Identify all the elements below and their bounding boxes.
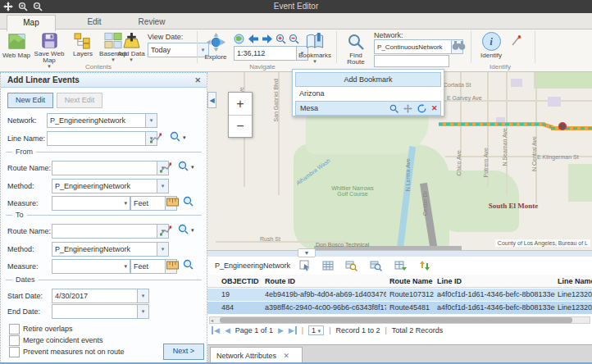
prevent-measures-checkbox[interactable] [9,347,20,357]
to-route-name-label: Route Name: [7,227,51,235]
first-page-button[interactable]: ◀ [212,326,220,334]
contents-group-label: Contents [49,63,148,71]
from-route-name-select[interactable]: ▾ [52,161,169,175]
line-name-select[interactable]: ▾ [47,131,157,146]
last-page-button[interactable]: ▶ [289,326,297,334]
measure-search-icon[interactable] [183,259,194,270]
zoom-in-icon[interactable] [276,34,286,44]
search-line-caret-icon[interactable]: ▾ [183,135,186,140]
layers-icon [74,32,93,49]
network-select[interactable]: P_ContinuousNetwork ▾ [374,39,463,54]
select-line-on-map-icon[interactable] [150,132,162,143]
from-measure-input[interactable]: ▾ [52,196,130,211]
find-binoculars-icon[interactable] [452,40,466,51]
zoom-out-tool-icon[interactable] [33,2,43,11]
page-size-select[interactable]: 1 ▾ [308,325,324,335]
scrollbar-thumb[interactable] [220,317,572,323]
zoom-to-bookmark-icon[interactable] [389,104,398,113]
separator: | [302,326,303,334]
sort-records-icon[interactable] [419,260,430,271]
web-map-icon [7,32,26,51]
search-route-icon[interactable] [178,224,189,234]
map-zoom-in-button[interactable]: + [229,93,252,116]
web-map-button[interactable]: Web Map [2,32,31,59]
pan-to-selection-icon[interactable] [370,260,382,271]
route-search-input[interactable] [374,55,449,67]
bookmark-item-mesa[interactable]: Mesa ✕ [295,101,441,116]
to-measure-input[interactable]: ▾ [52,259,130,274]
table-row[interactable]: 484 a398ff4c-2940-4c00-96b6-c6343f8f1711… [207,302,592,315]
column-header[interactable]: Line Name [558,277,592,285]
search-route-caret-icon[interactable]: ▾ [191,165,194,170]
column-header[interactable]: Line ID [437,277,555,285]
layers-button[interactable]: Layers [69,32,97,57]
pan-tool-icon[interactable] [3,2,13,11]
update-bookmark-icon[interactable] [417,104,426,113]
identify-button[interactable]: i Identify [476,32,507,59]
separator: | [329,326,330,334]
select-route-on-map-icon[interactable] [160,162,171,173]
column-header[interactable]: OBJECTID [221,277,262,285]
map-zoom-out-button[interactable]: − [229,116,252,138]
search-route-icon[interactable] [178,161,189,171]
identify-pin-icon[interactable] [510,34,521,46]
add-bookmark-button[interactable]: Add Bookmark [295,72,441,87]
start-date-select[interactable]: 4/30/2017 ▾ [52,289,149,303]
table-divider [207,250,592,257]
attribute-table-panel: ▼ P_EngineeringNetwork OBJECTID Route ID… [207,250,592,344]
explore-icon [206,32,226,52]
next-edit-button[interactable]: Next Edit [57,93,102,108]
view-date-select[interactable]: Today ▾ [148,43,209,57]
tab-network-attributes[interactable]: Network Attributes ✕ [210,347,303,364]
zoom-to-selection-icon[interactable] [345,260,357,271]
new-edit-button[interactable]: New Edit [7,93,53,108]
to-method-select[interactable]: P_EngineeringNetwork ▾ [52,242,169,257]
previous-extent-globe-icon[interactable] [234,34,244,44]
map-street-label: Chico Ave [456,150,462,175]
ribbon-tab-row: Map Edit Review [0,13,592,30]
select-route-on-map-icon[interactable] [160,225,171,236]
search-route-caret-icon[interactable]: ▾ [191,228,194,233]
measure-ruler-icon[interactable] [166,261,179,270]
column-header[interactable]: Route ID [265,277,386,285]
tab-review[interactable]: Review [126,15,177,30]
end-date-select[interactable]: ▾ [52,304,149,319]
table-row[interactable]: 19 4eb9419b-af9b-4d04-ab69-1d403476802b … [207,289,592,302]
zoom-in-tool-icon[interactable] [18,2,28,11]
measure-ruler-icon[interactable] [166,198,179,207]
add-data-button[interactable]: Add Data ▾ [115,32,148,62]
bookmark-item-arizona[interactable]: Arizona [295,87,441,100]
next-page-button[interactable]: ▶ [278,326,284,334]
panel-network-select[interactable]: P_EngineeringNetwork ▾ [47,113,157,128]
pan-to-bookmark-icon[interactable] [403,104,412,113]
close-panel-icon[interactable]: ✕ [194,73,201,88]
from-route-name-label: Route Name: [7,164,51,172]
tab-edit[interactable]: Edit [71,15,118,30]
previous-page-button[interactable]: ◀ [225,326,230,334]
measure-search-icon[interactable] [183,196,194,207]
close-tab-icon[interactable]: ✕ [284,352,290,360]
retire-overlaps-checkbox[interactable] [9,324,20,334]
collapse-table-button[interactable]: ▼ [298,248,316,257]
separator: | [385,326,387,334]
select-records-icon[interactable] [299,260,311,271]
bookmarks-button[interactable]: Bookmarks ▾ [297,32,333,64]
from-method-select[interactable]: P_EngineeringNetwork ▾ [52,179,169,193]
next-extent-icon[interactable] [262,34,273,44]
explore-button[interactable]: Explore [201,32,230,61]
table-scrollbar[interactable]: ◂ [209,316,590,324]
next-step-button[interactable]: Next > [163,344,204,360]
previous-extent-icon[interactable] [248,34,259,44]
to-route-name-select[interactable]: ▾ [52,224,169,239]
search-line-icon[interactable] [170,131,180,142]
column-header[interactable]: Route Name [389,277,435,285]
find-route-button[interactable]: Find Route [341,33,371,66]
collapse-panel-button[interactable]: ◀ [207,92,216,108]
remove-bookmark-icon[interactable]: ✕ [431,102,438,115]
scrollbar-left-arrow[interactable]: ◂ [211,317,213,323]
merge-coincident-checkbox[interactable] [9,335,20,346]
attribute-grid-icon[interactable] [322,260,334,271]
add-data-icon [122,32,141,49]
refresh-selection-icon[interactable] [394,260,407,271]
tab-map[interactable]: Map [7,15,56,31]
